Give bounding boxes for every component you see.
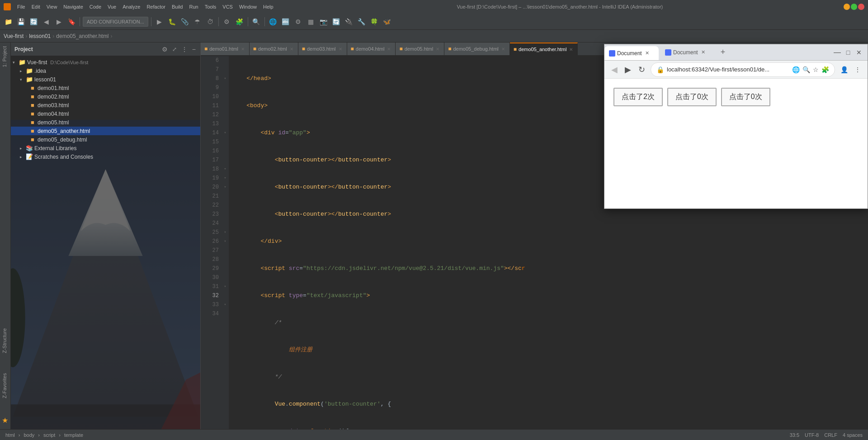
- menu-code[interactable]: Code: [87, 3, 104, 10]
- tab-demo05[interactable]: ■ demo05.html ✕: [396, 43, 444, 55]
- menu-run[interactable]: Run: [186, 3, 201, 10]
- browser-menu-button[interactable]: ⋮: [851, 63, 864, 76]
- tree-item-demo05[interactable]: ■ demo05.html: [11, 118, 200, 127]
- tab-close-demo04[interactable]: ✕: [386, 46, 392, 52]
- project-menu-button[interactable]: ⋮: [180, 45, 189, 54]
- status-line-sep[interactable]: CRLF: [822, 432, 839, 438]
- tab-close-demo03[interactable]: ✕: [338, 46, 343, 52]
- grid-button[interactable]: ▦: [306, 16, 316, 27]
- plugin2-button[interactable]: 🔧: [356, 16, 367, 27]
- open-project-button[interactable]: 📁: [3, 16, 14, 27]
- translate2-button[interactable]: 🔤: [280, 16, 291, 27]
- tree-item-idea[interactable]: ▸ 📁 .idea: [11, 66, 200, 75]
- sync-button[interactable]: 🔄: [28, 16, 39, 27]
- menu-view[interactable]: View: [44, 3, 60, 10]
- tab-demo01[interactable]: ■ demo01.html ✕: [201, 43, 250, 55]
- menu-vue[interactable]: Vue: [105, 3, 119, 10]
- back-button[interactable]: ◀: [41, 16, 52, 27]
- tree-item-demo02[interactable]: ■ demo02.html: [11, 92, 200, 101]
- star-icon[interactable]: ★: [2, 416, 8, 425]
- settings3-button[interactable]: ⚙: [293, 16, 304, 27]
- browser-minimize-button[interactable]: —: [832, 47, 842, 57]
- menu-window[interactable]: Window: [236, 3, 259, 10]
- plugin3-button[interactable]: 🍀: [369, 16, 380, 27]
- plugins-button[interactable]: 🧩: [234, 16, 245, 27]
- counter-button-2[interactable]: 点击了0次: [667, 88, 717, 106]
- plugin1-button[interactable]: 🔌: [344, 16, 354, 27]
- counter-button-1[interactable]: 点击了2次: [613, 88, 663, 106]
- maximize-button[interactable]: [851, 4, 857, 10]
- breadcrumb-current-file[interactable]: demo05_another.html: [56, 33, 108, 39]
- bookmark-button[interactable]: 🔖: [66, 16, 77, 27]
- tab-demo05-another[interactable]: ■ demo05_another.html ✕: [510, 43, 578, 55]
- tree-item-root[interactable]: ▾ 📁 Vue-first D:\Code\Vue-first: [11, 58, 200, 66]
- browser-close-button[interactable]: ✕: [854, 47, 864, 57]
- project-minimize-button[interactable]: −: [191, 45, 197, 54]
- translate1-button[interactable]: 🌐: [268, 16, 278, 27]
- breadcrumb-root[interactable]: Vue-first: [4, 33, 24, 39]
- debug-button[interactable]: 🐛: [167, 16, 178, 27]
- status-line-col[interactable]: 33:5: [788, 432, 801, 438]
- tree-item-demo04[interactable]: ■ demo04.html: [11, 109, 200, 118]
- structure-label[interactable]: Z-Structure: [0, 325, 9, 357]
- coverage-button[interactable]: ☂: [192, 16, 203, 27]
- favorites-label[interactable]: Z-Favorites: [0, 369, 9, 402]
- tab-close-demo05-another[interactable]: ✕: [568, 47, 574, 52]
- address-bar[interactable]: 🔒 localhost:63342/Vue-first/lesson01/de.…: [651, 62, 835, 77]
- reload-button[interactable]: 🔄: [331, 16, 342, 27]
- status-encoding[interactable]: UTF-8: [803, 432, 821, 438]
- menu-tools[interactable]: Tools: [202, 3, 219, 10]
- tree-item-demo05-debug[interactable]: ■ demo05_debug.html: [11, 135, 200, 144]
- browser-tab-active[interactable]: Document ✕: [604, 46, 659, 61]
- close-button[interactable]: [858, 4, 864, 10]
- browser-tab-close-1[interactable]: ✕: [644, 50, 651, 57]
- minimize-button[interactable]: [844, 4, 850, 10]
- profiler-button[interactable]: ⏱: [205, 16, 216, 27]
- menu-analyze[interactable]: Analyze: [120, 3, 143, 10]
- tab-demo03[interactable]: ■ demo03.html ✕: [298, 43, 347, 55]
- settings-button[interactable]: ⚙: [222, 16, 232, 27]
- breadcrumb-lesson01[interactable]: lesson01: [29, 33, 51, 39]
- new-tab-button[interactable]: +: [717, 46, 729, 59]
- plugin4-button[interactable]: 🦋: [382, 16, 392, 27]
- project-expand-button[interactable]: ⤢: [171, 45, 178, 53]
- browser-tab-close-2[interactable]: ✕: [700, 49, 707, 56]
- menu-vcs[interactable]: VCS: [220, 3, 236, 10]
- tree-item-external-libs[interactable]: ▸ 📚 External Libraries: [11, 144, 200, 152]
- tab-close-demo05-debug[interactable]: ✕: [500, 46, 506, 52]
- tab-demo02[interactable]: ■ demo02.html ✕: [250, 43, 298, 55]
- search-button[interactable]: 🔍: [251, 16, 262, 27]
- attach-button[interactable]: 📎: [179, 16, 190, 27]
- menu-help[interactable]: Help: [260, 3, 276, 10]
- browser-tab-inactive[interactable]: Document ✕: [660, 45, 715, 60]
- tab-close-demo02[interactable]: ✕: [289, 46, 294, 52]
- tree-item-scratches[interactable]: ▸ 📝 Scratches and Consoles: [11, 152, 200, 161]
- browser-reload-button[interactable]: ↻: [635, 63, 648, 76]
- add-configuration-button[interactable]: ADD CONFIGURATION...: [83, 17, 148, 27]
- forward-button[interactable]: ▶: [53, 16, 64, 27]
- project-panel-label[interactable]: 1: Project: [0, 43, 10, 85]
- menu-navigate[interactable]: Navigate: [61, 3, 85, 10]
- tree-item-lesson01[interactable]: ▾ 📁 lesson01: [11, 75, 200, 84]
- tree-item-demo05-another[interactable]: ■ demo05_another.html: [11, 127, 200, 135]
- counter-button-3[interactable]: 点击了0次: [721, 88, 770, 106]
- menu-refactor[interactable]: Refactor: [144, 3, 168, 10]
- camera-button[interactable]: 📷: [318, 16, 329, 27]
- tab-close-demo01[interactable]: ✕: [240, 46, 245, 52]
- save-button[interactable]: 💾: [15, 16, 26, 27]
- tab-demo05-debug[interactable]: ■ demo05_debug.html ✕: [444, 43, 510, 55]
- menu-file[interactable]: File: [14, 3, 28, 10]
- tree-item-demo01[interactable]: ■ demo01.html: [11, 84, 200, 92]
- project-settings-button[interactable]: ⚙: [161, 45, 169, 54]
- tab-close-demo05[interactable]: ✕: [435, 46, 440, 52]
- browser-back-button[interactable]: ◀: [608, 63, 621, 76]
- browser-forward-button[interactable]: ▶: [622, 63, 634, 76]
- run-button[interactable]: ▶: [154, 16, 165, 27]
- browser-maximize-button[interactable]: □: [843, 47, 853, 57]
- status-indent[interactable]: 4 spaces: [841, 432, 864, 438]
- tab-demo04[interactable]: ■ demo04.html ✕: [347, 43, 396, 55]
- browser-profile-button[interactable]: 👤: [838, 63, 850, 76]
- menu-build[interactable]: Build: [169, 3, 185, 10]
- tree-item-demo03[interactable]: ■ demo03.html: [11, 101, 200, 109]
- menu-edit[interactable]: Edit: [29, 3, 43, 10]
